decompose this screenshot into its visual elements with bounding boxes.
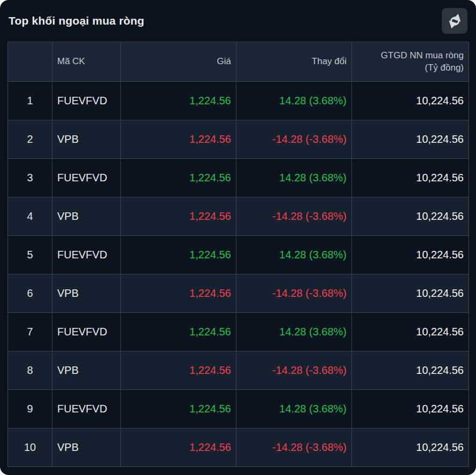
- card-header: Top khối ngoại mua ròng: [0, 0, 476, 42]
- symbol-cell[interactable]: VPB: [52, 428, 121, 467]
- price-cell: 1,224.56: [121, 274, 236, 313]
- value-cell: 10,224.56: [352, 120, 469, 159]
- change-cell: 14.28 (3.68%): [236, 236, 352, 274]
- col-header-value[interactable]: GTGD NN mua ròng (Tỷ đồng): [352, 42, 469, 82]
- foreign-net-buy-table: Mã CK Giá Thay đổi GTGD NN mua ròng (Tỷ …: [7, 42, 469, 467]
- col-header-rank: [8, 42, 52, 82]
- change-cell: -14.28 (-3.68%): [236, 197, 352, 236]
- page-title: Top khối ngoại mua ròng: [9, 14, 144, 27]
- table-row[interactable]: 10 VPB 1,224.56 -14.28 (-3.68%) 10,224.5…: [8, 428, 469, 467]
- value-cell: 10,224.56: [352, 197, 469, 236]
- symbol-cell[interactable]: FUEVFVD: [52, 159, 121, 197]
- symbol-cell[interactable]: VPB: [52, 120, 121, 159]
- price-cell: 1,224.56: [121, 236, 236, 274]
- table-row[interactable]: 3 FUEVFVD 1,224.56 14.28 (3.68%) 10,224.…: [8, 159, 469, 197]
- value-cell: 10,224.56: [352, 274, 469, 313]
- value-cell: 10,224.56: [352, 313, 469, 351]
- table-row[interactable]: 7 FUEVFVD 1,224.56 14.28 (3.68%) 10,224.…: [8, 313, 469, 351]
- table-row[interactable]: 1 FUEVFVD 1,224.56 14.28 (3.68%) 10,224.…: [8, 82, 469, 120]
- rank-cell: 3: [8, 159, 52, 197]
- price-cell: 1,224.56: [121, 82, 236, 120]
- table-row[interactable]: 2 VPB 1,224.56 -14.28 (-3.68%) 10,224.56: [8, 120, 469, 159]
- price-cell: 1,224.56: [121, 390, 236, 428]
- rank-cell: 5: [8, 236, 52, 274]
- table-header-row: Mã CK Giá Thay đổi GTGD NN mua ròng (Tỷ …: [8, 42, 469, 82]
- col-header-value-line2: (Tỷ đồng): [425, 63, 464, 73]
- refresh-button[interactable]: [442, 8, 467, 34]
- price-cell: 1,224.56: [121, 313, 236, 351]
- col-header-value-line1: GTGD NN mua ròng: [381, 50, 464, 60]
- price-cell: 1,224.56: [121, 428, 236, 467]
- symbol-cell[interactable]: FUEVFVD: [52, 313, 121, 351]
- price-cell: 1,224.56: [121, 197, 236, 236]
- price-cell: 1,224.56: [121, 120, 236, 159]
- change-cell: -14.28 (-3.68%): [236, 120, 352, 159]
- symbol-cell[interactable]: FUEVFVD: [52, 390, 121, 428]
- table-row[interactable]: 9 FUEVFVD 1,224.56 14.28 (3.68%) 10,224.…: [8, 390, 469, 428]
- table-row[interactable]: 6 VPB 1,224.56 -14.28 (-3.68%) 10,224.56: [8, 274, 469, 313]
- value-cell: 10,224.56: [352, 159, 469, 197]
- foreign-net-buy-card: Top khối ngoại mua ròng: [0, 0, 476, 475]
- symbol-cell[interactable]: FUEVFVD: [52, 82, 121, 120]
- rank-cell: 1: [8, 82, 52, 120]
- change-cell: -14.28 (-3.68%): [236, 428, 352, 467]
- value-cell: 10,224.56: [352, 428, 469, 467]
- change-cell: -14.28 (-3.68%): [236, 351, 352, 390]
- rank-cell: 4: [8, 197, 52, 236]
- col-header-price[interactable]: Giá: [121, 42, 236, 82]
- value-cell: 10,224.56: [352, 390, 469, 428]
- table-row[interactable]: 8 VPB 1,224.56 -14.28 (-3.68%) 10,224.56: [8, 351, 469, 390]
- value-cell: 10,224.56: [352, 351, 469, 390]
- value-cell: 10,224.56: [352, 236, 469, 274]
- col-header-change[interactable]: Thay đổi: [236, 42, 352, 82]
- change-cell: 14.28 (3.68%): [236, 313, 352, 351]
- change-cell: -14.28 (-3.68%): [236, 274, 352, 313]
- symbol-cell[interactable]: VPB: [52, 197, 121, 236]
- table-row[interactable]: 4 VPB 1,224.56 -14.28 (-3.68%) 10,224.56: [8, 197, 469, 236]
- rank-cell: 10: [8, 428, 52, 467]
- price-cell: 1,224.56: [121, 159, 236, 197]
- value-cell: 10,224.56: [352, 82, 469, 120]
- rank-cell: 7: [8, 313, 52, 351]
- symbol-cell[interactable]: VPB: [52, 351, 121, 390]
- symbol-cell[interactable]: FUEVFVD: [52, 236, 121, 274]
- col-header-symbol[interactable]: Mã CK: [52, 42, 121, 82]
- price-cell: 1,224.56: [121, 351, 236, 390]
- change-cell: 14.28 (3.68%): [236, 82, 352, 120]
- change-cell: 14.28 (3.68%): [236, 390, 352, 428]
- rank-cell: 2: [8, 120, 52, 159]
- rank-cell: 9: [8, 390, 52, 428]
- table-row[interactable]: 5 FUEVFVD 1,224.56 14.28 (3.68%) 10,224.…: [8, 236, 469, 274]
- symbol-cell[interactable]: VPB: [52, 274, 121, 313]
- rank-cell: 8: [8, 351, 52, 390]
- change-cell: 14.28 (3.68%): [236, 159, 352, 197]
- refresh-icon: [448, 14, 462, 28]
- rank-cell: 6: [8, 274, 52, 313]
